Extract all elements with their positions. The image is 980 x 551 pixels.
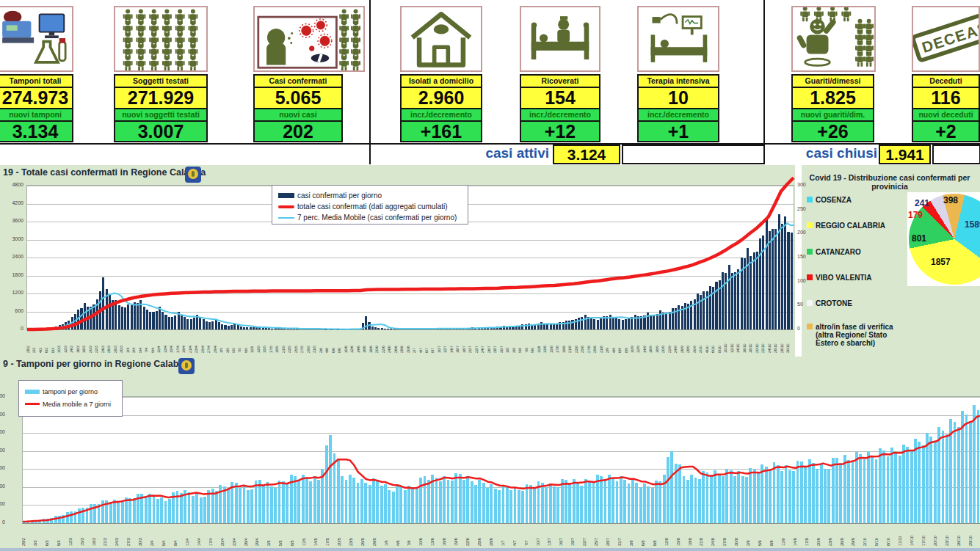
- bar: [875, 459, 878, 523]
- gridline: [27, 240, 794, 241]
- pie-value-label: 241: [915, 198, 929, 208]
- x-tick-label: 18/8: [689, 524, 700, 546]
- y-tick-label: 3000: [1, 236, 23, 241]
- bar: [148, 494, 151, 523]
- bar: [588, 481, 591, 523]
- bar: [421, 329, 424, 329]
- bar: [137, 494, 139, 523]
- x-tick-label: 4/10: [705, 331, 711, 353]
- bar: [737, 269, 739, 329]
- x-tick-label: 18/10: [749, 331, 755, 353]
- bar: [681, 306, 683, 329]
- bar: [843, 455, 846, 523]
- bar: [280, 328, 283, 329]
- bar: [156, 311, 158, 329]
- bar: [561, 479, 564, 523]
- confirmed-chart-legend: casi confermati per giorno totale casi c…: [272, 185, 468, 225]
- bar: [376, 480, 379, 523]
- card-ricoverati: Ricoverati 154 incr./decremento +12: [520, 6, 600, 142]
- bar: [293, 329, 295, 329]
- bar: [698, 479, 701, 523]
- x-tick-label: 26/5: [361, 524, 373, 546]
- bar: [105, 500, 108, 523]
- bar: [518, 326, 520, 329]
- x-tick-label: 8/10: [718, 331, 724, 353]
- bar: [74, 511, 77, 523]
- bar: [709, 286, 711, 329]
- bar: [454, 473, 457, 523]
- x-tick-label: 5/9: [758, 524, 770, 546]
- x-tick-label: 18/3: [82, 331, 88, 353]
- bar: [59, 325, 61, 329]
- bar: [683, 476, 686, 523]
- cyan-line-swatch-icon: [278, 217, 294, 219]
- x-tick-label: 15/3: [81, 524, 92, 546]
- x-tick-label: 19/4: [182, 331, 188, 353]
- bar: [43, 519, 46, 523]
- card-value: 10: [637, 87, 719, 109]
- bar: [81, 508, 84, 523]
- bar: [411, 489, 414, 523]
- bar: [218, 322, 220, 329]
- bar: [98, 504, 101, 523]
- bar: [296, 329, 298, 329]
- bar: [647, 486, 650, 523]
- pie-legend-item: altro/in fase di verifica (altra Regione…: [807, 323, 904, 347]
- bar: [418, 329, 421, 329]
- bar: [206, 321, 208, 329]
- legend-label: totale casi confermati (dati aggregati c…: [297, 202, 448, 211]
- bar: [92, 304, 95, 329]
- bar: [778, 214, 780, 329]
- x-tick-label: 27/3: [127, 524, 139, 546]
- bar: [313, 476, 316, 523]
- bar: [199, 318, 201, 329]
- bar: [622, 320, 624, 329]
- bar: [496, 326, 498, 329]
- bar: [543, 324, 545, 329]
- bar: [773, 462, 776, 523]
- bar: [215, 319, 217, 329]
- x-tick-label: 23/5: [349, 524, 361, 546]
- tamponi-x-axis: 29/23/36/39/312/315/318/321/324/327/330/…: [22, 524, 980, 547]
- card-isolati-domicilio: Isolati a domicilio 2.960 incr./decremen…: [400, 6, 482, 142]
- bar: [139, 300, 142, 329]
- bar: [731, 273, 733, 329]
- x-tick-label: 11/4: [186, 524, 197, 546]
- bar: [969, 421, 972, 523]
- x-tick-label: 2/7: [413, 331, 418, 353]
- bar: [482, 483, 485, 523]
- bar: [471, 481, 473, 523]
- bar: [820, 464, 823, 523]
- bar: [700, 295, 702, 329]
- bar: [377, 328, 380, 329]
- bar: [762, 236, 764, 329]
- sneeze-virus-icon: [253, 6, 365, 72]
- bar: [484, 327, 486, 329]
- x-tick-label: 27/8: [587, 331, 593, 353]
- bar: [365, 316, 367, 329]
- x-tick-label: 2/6: [319, 331, 325, 353]
- bar: [576, 483, 579, 523]
- bar: [286, 483, 288, 523]
- x-tick-label: 17/4: [176, 331, 182, 353]
- bar: [945, 434, 948, 523]
- gridline: [23, 397, 980, 398]
- bar: [678, 464, 681, 523]
- x-tick-label: 21/8: [568, 331, 574, 353]
- x-tick-label: 4/6: [325, 331, 331, 353]
- bar: [290, 329, 292, 329]
- x-tick-label: 1/4: [126, 331, 132, 353]
- bar: [753, 469, 756, 523]
- bar: [894, 453, 897, 523]
- legend-item: casi confermati per giorno: [278, 190, 462, 201]
- bar: [62, 515, 65, 523]
- bar: [184, 317, 186, 329]
- bar: [341, 476, 344, 523]
- bar: [128, 498, 131, 523]
- bar: [447, 480, 450, 523]
- bar: [329, 435, 332, 523]
- x-tick-label: 6/10: [711, 331, 717, 353]
- bar: [46, 329, 48, 329]
- bar: [409, 329, 411, 329]
- y-tick-label: 0: [0, 519, 5, 525]
